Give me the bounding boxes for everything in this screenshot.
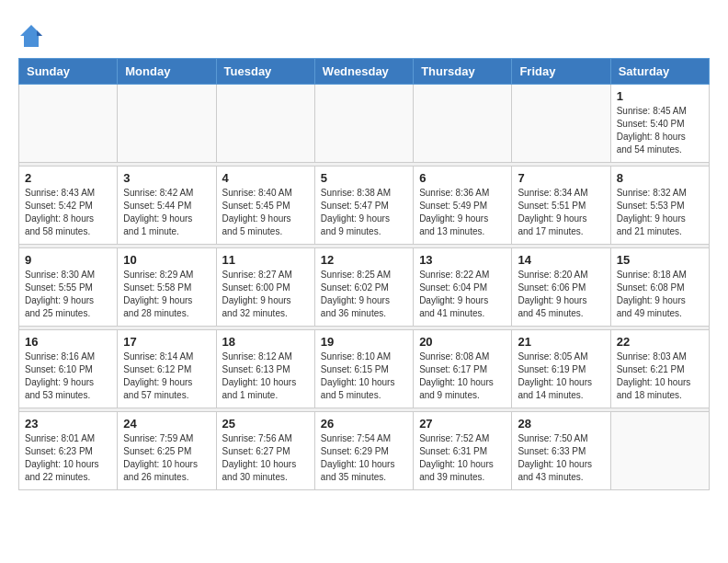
day-number: 1 — [617, 89, 703, 103]
day-info: Sunrise: 8:34 AM Sunset: 5:51 PM Dayligh… — [518, 187, 604, 238]
calendar-week-row: 2Sunrise: 8:43 AM Sunset: 5:42 PM Daylig… — [19, 167, 710, 245]
day-number: 17 — [123, 335, 210, 349]
day-info: Sunrise: 8:18 AM Sunset: 6:08 PM Dayligh… — [617, 269, 703, 320]
day-number: 4 — [222, 171, 309, 185]
calendar-day-cell: 15Sunrise: 8:18 AM Sunset: 6:08 PM Dayli… — [610, 248, 709, 327]
day-info: Sunrise: 8:27 AM Sunset: 6:00 PM Dayligh… — [222, 269, 309, 320]
calendar-day-cell — [414, 85, 512, 163]
day-number: 12 — [321, 253, 407, 267]
day-number: 16 — [25, 335, 111, 349]
day-number: 21 — [518, 335, 604, 349]
calendar-week-row: 1Sunrise: 8:45 AM Sunset: 5:40 PM Daylig… — [19, 85, 710, 163]
calendar-day-cell: 20Sunrise: 8:08 AM Sunset: 6:17 PM Dayli… — [414, 330, 512, 408]
day-info: Sunrise: 8:25 AM Sunset: 6:02 PM Dayligh… — [321, 269, 407, 320]
calendar-day-cell: 14Sunrise: 8:20 AM Sunset: 6:06 PM Dayli… — [512, 248, 610, 327]
calendar-table: SundayMondayTuesdayWednesdayThursdayFrid… — [18, 58, 710, 490]
day-info: Sunrise: 8:43 AM Sunset: 5:42 PM Dayligh… — [25, 187, 111, 238]
calendar-day-cell: 11Sunrise: 8:27 AM Sunset: 6:00 PM Dayli… — [216, 248, 314, 327]
calendar-day-cell: 28Sunrise: 7:50 AM Sunset: 6:33 PM Dayli… — [512, 412, 610, 490]
calendar-header-saturday: Saturday — [610, 59, 709, 85]
calendar-day-cell: 12Sunrise: 8:25 AM Sunset: 6:02 PM Dayli… — [314, 248, 413, 327]
day-number: 13 — [419, 253, 506, 267]
logo-icon — [18, 23, 44, 49]
day-info: Sunrise: 8:22 AM Sunset: 6:04 PM Dayligh… — [419, 269, 506, 320]
day-number: 2 — [25, 171, 111, 185]
calendar-header-friday: Friday — [512, 59, 610, 85]
day-info: Sunrise: 7:52 AM Sunset: 6:31 PM Dayligh… — [419, 432, 506, 484]
day-number: 22 — [617, 335, 703, 349]
day-info: Sunrise: 8:08 AM Sunset: 6:17 PM Dayligh… — [419, 350, 506, 402]
day-number: 28 — [518, 417, 604, 431]
calendar-day-cell: 24Sunrise: 7:59 AM Sunset: 6:25 PM Dayli… — [118, 412, 216, 490]
day-info: Sunrise: 8:30 AM Sunset: 5:55 PM Dayligh… — [25, 269, 111, 320]
calendar-day-cell: 26Sunrise: 7:54 AM Sunset: 6:29 PM Dayli… — [314, 412, 413, 490]
calendar-day-cell: 23Sunrise: 8:01 AM Sunset: 6:23 PM Dayli… — [19, 412, 118, 490]
day-info: Sunrise: 8:05 AM Sunset: 6:19 PM Dayligh… — [518, 350, 604, 402]
calendar-day-cell: 16Sunrise: 8:16 AM Sunset: 6:10 PM Dayli… — [19, 330, 118, 408]
day-info: Sunrise: 8:36 AM Sunset: 5:49 PM Dayligh… — [419, 187, 506, 238]
day-info: Sunrise: 7:59 AM Sunset: 6:25 PM Dayligh… — [123, 432, 210, 484]
day-number: 19 — [321, 335, 407, 349]
day-number: 18 — [222, 335, 309, 349]
calendar-day-cell — [512, 85, 610, 163]
day-info: Sunrise: 7:50 AM Sunset: 6:33 PM Dayligh… — [518, 432, 604, 484]
calendar-week-row: 9Sunrise: 8:30 AM Sunset: 5:55 PM Daylig… — [19, 248, 710, 327]
calendar-day-cell — [314, 85, 413, 163]
day-info: Sunrise: 8:12 AM Sunset: 6:13 PM Dayligh… — [222, 350, 309, 402]
day-info: Sunrise: 8:45 AM Sunset: 5:40 PM Dayligh… — [617, 105, 703, 156]
day-info: Sunrise: 7:54 AM Sunset: 6:29 PM Dayligh… — [321, 432, 407, 484]
day-number: 24 — [123, 417, 210, 431]
calendar-header-monday: Monday — [118, 59, 216, 85]
calendar-header-row: SundayMondayTuesdayWednesdayThursdayFrid… — [19, 59, 710, 85]
calendar-week-row: 16Sunrise: 8:16 AM Sunset: 6:10 PM Dayli… — [19, 330, 710, 408]
day-number: 11 — [222, 253, 309, 267]
calendar-day-cell: 1Sunrise: 8:45 AM Sunset: 5:40 PM Daylig… — [610, 85, 709, 163]
calendar-day-cell: 9Sunrise: 8:30 AM Sunset: 5:55 PM Daylig… — [19, 248, 118, 327]
day-info: Sunrise: 8:42 AM Sunset: 5:44 PM Dayligh… — [123, 187, 210, 238]
calendar-day-cell — [610, 412, 709, 490]
day-info: Sunrise: 8:16 AM Sunset: 6:10 PM Dayligh… — [25, 350, 111, 402]
day-number: 6 — [419, 171, 506, 185]
page-header — [18, 18, 710, 49]
calendar-day-cell: 22Sunrise: 8:03 AM Sunset: 6:21 PM Dayli… — [610, 330, 709, 408]
day-info: Sunrise: 8:32 AM Sunset: 5:53 PM Dayligh… — [617, 187, 703, 238]
calendar-day-cell: 4Sunrise: 8:40 AM Sunset: 5:45 PM Daylig… — [216, 167, 314, 245]
calendar-day-cell: 8Sunrise: 8:32 AM Sunset: 5:53 PM Daylig… — [610, 167, 709, 245]
calendar-day-cell: 17Sunrise: 8:14 AM Sunset: 6:12 PM Dayli… — [118, 330, 216, 408]
calendar-header-sunday: Sunday — [19, 59, 118, 85]
day-info: Sunrise: 8:20 AM Sunset: 6:06 PM Dayligh… — [518, 269, 604, 320]
calendar-week-row: 23Sunrise: 8:01 AM Sunset: 6:23 PM Dayli… — [19, 412, 710, 490]
calendar-header-thursday: Thursday — [414, 59, 512, 85]
calendar-day-cell: 7Sunrise: 8:34 AM Sunset: 5:51 PM Daylig… — [512, 167, 610, 245]
day-number: 10 — [123, 253, 210, 267]
calendar-day-cell: 21Sunrise: 8:05 AM Sunset: 6:19 PM Dayli… — [512, 330, 610, 408]
day-info: Sunrise: 8:38 AM Sunset: 5:47 PM Dayligh… — [321, 187, 407, 238]
day-info: Sunrise: 8:40 AM Sunset: 5:45 PM Dayligh… — [222, 187, 309, 238]
day-number: 5 — [321, 171, 407, 185]
calendar-day-cell: 19Sunrise: 8:10 AM Sunset: 6:15 PM Dayli… — [314, 330, 413, 408]
day-number: 14 — [518, 253, 604, 267]
day-number: 26 — [321, 417, 407, 431]
calendar-day-cell: 27Sunrise: 7:52 AM Sunset: 6:31 PM Dayli… — [414, 412, 512, 490]
calendar-day-cell: 3Sunrise: 8:42 AM Sunset: 5:44 PM Daylig… — [118, 167, 216, 245]
day-number: 9 — [25, 253, 111, 267]
day-number: 20 — [419, 335, 506, 349]
day-info: Sunrise: 8:01 AM Sunset: 6:23 PM Dayligh… — [25, 432, 111, 484]
calendar-header-wednesday: Wednesday — [314, 59, 413, 85]
calendar-day-cell: 10Sunrise: 8:29 AM Sunset: 5:58 PM Dayli… — [118, 248, 216, 327]
calendar-day-cell — [118, 85, 216, 163]
day-number: 7 — [518, 171, 604, 185]
day-number: 25 — [222, 417, 309, 431]
day-info: Sunrise: 8:14 AM Sunset: 6:12 PM Dayligh… — [123, 350, 210, 402]
day-info: Sunrise: 8:03 AM Sunset: 6:21 PM Dayligh… — [617, 350, 703, 402]
day-number: 27 — [419, 417, 506, 431]
calendar-day-cell: 2Sunrise: 8:43 AM Sunset: 5:42 PM Daylig… — [19, 167, 118, 245]
day-info: Sunrise: 8:10 AM Sunset: 6:15 PM Dayligh… — [321, 350, 407, 402]
calendar-day-cell — [19, 85, 118, 163]
calendar-header-tuesday: Tuesday — [216, 59, 314, 85]
day-info: Sunrise: 8:29 AM Sunset: 5:58 PM Dayligh… — [123, 269, 210, 320]
calendar-day-cell: 13Sunrise: 8:22 AM Sunset: 6:04 PM Dayli… — [414, 248, 512, 327]
day-number: 15 — [617, 253, 703, 267]
calendar-day-cell: 6Sunrise: 8:36 AM Sunset: 5:49 PM Daylig… — [414, 167, 512, 245]
calendar-day-cell — [216, 85, 314, 163]
